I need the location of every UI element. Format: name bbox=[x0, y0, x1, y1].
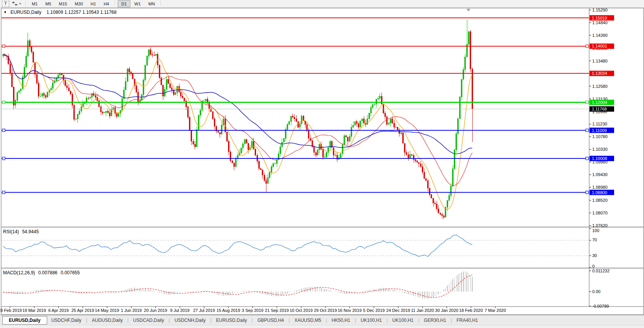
tab-fra40-h1-12[interactable]: FRA40,H1 bbox=[452, 316, 482, 325]
candle-body bbox=[244, 140, 245, 144]
tab-ger30-h1-11[interactable]: GER30,H1 bbox=[420, 316, 450, 325]
timeframe-button-h1[interactable]: H1 bbox=[87, 0, 99, 7]
tab-usdchf-daily-1[interactable]: USDCHF,Daily bbox=[47, 316, 86, 325]
candle-body bbox=[361, 119, 363, 121]
timeframe-button-mn[interactable]: MN bbox=[145, 0, 158, 7]
candle-body bbox=[280, 147, 281, 154]
hline-handle[interactable] bbox=[2, 129, 5, 132]
candle-body bbox=[431, 194, 432, 198]
candle-body bbox=[241, 148, 242, 153]
expand-arrow-icon[interactable]: ▼ bbox=[3, 10, 7, 14]
date-tick-label: 5 Dec 2019 bbox=[363, 308, 384, 313]
candle-body bbox=[420, 164, 421, 166]
cursor-tool-icon[interactable]: ▼ bbox=[12, 1, 21, 6]
candle-body bbox=[31, 47, 32, 52]
macd-main-value: 0.007886 bbox=[38, 270, 58, 275]
tab-uk100-h1-9[interactable]: UK100,H1 bbox=[356, 316, 386, 325]
candle-body bbox=[74, 105, 75, 119]
candle-body bbox=[427, 181, 429, 188]
hline-handle[interactable] bbox=[586, 157, 588, 160]
candle-body bbox=[274, 163, 276, 164]
ma-mid-line bbox=[3, 54, 472, 186]
chart-shift-marker[interactable] bbox=[467, 9, 470, 12]
hline-handle[interactable] bbox=[586, 191, 588, 194]
chart-canvas[interactable]: 1.152901.148401.143901.139301.134801.130… bbox=[0, 0, 644, 328]
hline-handle[interactable] bbox=[2, 45, 5, 48]
rsi-label: RSI(14) 54.9445 bbox=[3, 229, 41, 234]
timeframe-button-h4[interactable]: H4 bbox=[100, 0, 112, 7]
candle-body bbox=[394, 123, 395, 127]
candle-body bbox=[107, 111, 108, 113]
price-tick-label: 1.11230 bbox=[592, 122, 607, 126]
candle-body bbox=[118, 114, 119, 117]
timeframe-button-m5[interactable]: M5 bbox=[42, 0, 54, 7]
hline-handle[interactable] bbox=[586, 129, 588, 132]
rsi-value: 54.9445 bbox=[22, 229, 39, 234]
candle-body bbox=[340, 153, 341, 158]
text-tool-button[interactable]: T bbox=[2, 1, 9, 7]
hline-handle[interactable] bbox=[586, 45, 588, 48]
hline-handle[interactable] bbox=[2, 157, 5, 160]
candle-body bbox=[281, 142, 283, 147]
candle-body bbox=[169, 84, 171, 88]
candle-body bbox=[384, 113, 386, 117]
rsi-axis-label: 70 bbox=[592, 237, 597, 242]
candle-body bbox=[402, 133, 404, 143]
candle-body bbox=[333, 148, 334, 155]
date-tick-label: 25 Apr 2019 bbox=[71, 308, 94, 313]
rsi-axis-label: 0 bbox=[592, 264, 595, 269]
candle-body bbox=[61, 74, 62, 75]
candle-body bbox=[296, 119, 297, 122]
candle-body bbox=[264, 175, 265, 181]
price-marker-1.11009: 1.11009 bbox=[590, 128, 614, 133]
candle-body bbox=[246, 140, 247, 143]
candle-body bbox=[100, 107, 102, 112]
candle-body bbox=[418, 162, 419, 164]
hline-handle[interactable] bbox=[586, 101, 588, 104]
candle-body bbox=[58, 75, 59, 78]
tab-usdcnh-daily-4[interactable]: USDCNH,Daily bbox=[170, 316, 210, 325]
candle-body bbox=[253, 141, 254, 149]
svg-text:1.15010: 1.15010 bbox=[592, 16, 607, 20]
candle-body bbox=[159, 65, 160, 78]
candle-body bbox=[433, 198, 434, 203]
timeframe-button-w1[interactable]: W1 bbox=[131, 0, 145, 7]
price-tick-label: 1.10330 bbox=[592, 147, 608, 152]
candle-body bbox=[228, 141, 229, 152]
candle-body bbox=[291, 116, 292, 122]
timeframe-button-m30[interactable]: M30 bbox=[71, 0, 86, 7]
candle-body bbox=[51, 88, 52, 90]
candle-body bbox=[395, 127, 396, 128]
price-marker-1.13034: 1.13034 bbox=[590, 71, 614, 76]
date-tick-label: 29 Oct 2019 bbox=[314, 308, 337, 313]
candle-body bbox=[347, 137, 348, 141]
candle-body bbox=[369, 113, 370, 119]
tab-xauusd-m5-7[interactable]: XAUUSD,M5 bbox=[290, 316, 325, 325]
chart-tab-bar: EURUSD,DailyUSDCHF,Daily|AUDUSD,Daily|US… bbox=[0, 315, 644, 325]
tab-gbpusd-h4-6[interactable]: GBPUSD,H4 bbox=[253, 316, 288, 325]
candle-body bbox=[36, 74, 38, 83]
candle-body bbox=[417, 161, 418, 162]
tab-uk100-h1-10[interactable]: UK100,H1 bbox=[388, 316, 417, 325]
hline-handle[interactable] bbox=[2, 101, 5, 104]
tab-eurusd-daily-5[interactable]: EURUSD,Daily bbox=[212, 316, 251, 325]
candle-body bbox=[115, 107, 116, 113]
tab-usdcad-daily-3[interactable]: USDCAD,Daily bbox=[129, 316, 168, 325]
toolbar-separator bbox=[115, 0, 115, 6]
candle-body bbox=[230, 152, 231, 161]
candle-body bbox=[319, 144, 320, 150]
timeframe-button-m1[interactable]: M1 bbox=[28, 0, 41, 7]
timeframe-button-d1[interactable]: D1 bbox=[118, 0, 130, 7]
tab-eurusd-daily[interactable]: EURUSD,Daily bbox=[2, 316, 47, 325]
candle-body bbox=[26, 56, 27, 67]
hline-handle[interactable] bbox=[2, 191, 5, 194]
tab-hk50-h1-8[interactable]: HK50,H1 bbox=[327, 316, 355, 325]
candle-body bbox=[59, 74, 61, 75]
tab-audusd-daily-2[interactable]: AUDUSD,Daily bbox=[88, 316, 127, 325]
svg-text:1.12004: 1.12004 bbox=[592, 100, 607, 105]
candle-body bbox=[212, 112, 214, 119]
candle-body bbox=[93, 94, 94, 96]
timeframe-button-m15[interactable]: M15 bbox=[56, 0, 71, 7]
candle-body bbox=[155, 54, 156, 55]
rsi-axis-label: 100 bbox=[592, 228, 599, 233]
